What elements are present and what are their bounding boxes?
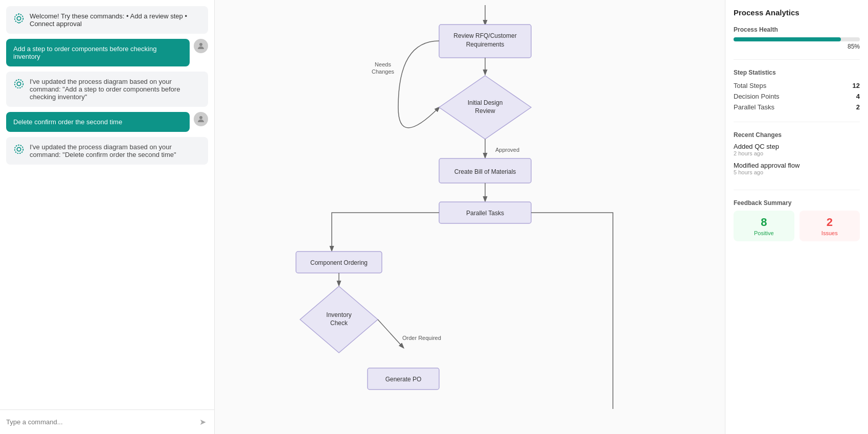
process-health-section: Process Health 85% <box>734 26 860 50</box>
svg-text:Needs: Needs <box>375 61 391 67</box>
stat-label: Parallel Tasks <box>734 103 774 111</box>
svg-text:Component Ordering: Component Ordering <box>310 259 368 266</box>
process-health-label: Process Health <box>734 26 860 33</box>
stat-label: Decision Points <box>734 93 780 100</box>
stat-row: Parallel Tasks2 <box>734 102 860 112</box>
user-message-2-row: Delete confirm order the second time <box>6 112 208 132</box>
process-health-value: 85% <box>734 43 860 50</box>
change-item: Added QC step2 hours ago <box>734 143 860 156</box>
step-stats-title: Step Statistics <box>734 69 860 76</box>
chat-input-area: ➤ <box>0 409 214 434</box>
user-avatar-1 <box>194 39 208 53</box>
divider-2 <box>734 122 860 122</box>
bot-icon-3 <box>13 144 25 155</box>
user-avatar-2 <box>194 112 208 126</box>
svg-text:Requirements: Requirements <box>466 41 505 48</box>
progress-bar-fill <box>734 37 841 41</box>
feedback-title: Feedback Summary <box>734 199 860 207</box>
feedback-issues-box: 2 Issues <box>800 211 860 241</box>
change-items: Added QC step2 hours agoModified approva… <box>734 143 860 175</box>
svg-text:Parallel Tasks: Parallel Tasks <box>466 210 504 217</box>
svg-point-5 <box>17 82 20 85</box>
feedback-positive-label: Positive <box>739 230 789 236</box>
recent-changes-section: Recent Changes Added QC step2 hours agoM… <box>734 131 860 180</box>
recent-changes-title: Recent Changes <box>734 131 860 139</box>
svg-text:Review: Review <box>475 107 495 115</box>
analytics-title: Process Analytics <box>734 8 860 17</box>
stat-value: 2 <box>856 103 860 111</box>
stat-row: Total Steps12 <box>734 80 860 91</box>
user-message-2: Delete confirm order the second time <box>6 112 190 132</box>
svg-text:Inventory: Inventory <box>326 311 351 318</box>
svg-text:Order Required: Order Required <box>402 335 441 341</box>
stat-value: 12 <box>853 82 860 89</box>
stat-label: Total Steps <box>734 82 766 89</box>
bot-response-1: I've updated the process diagram based o… <box>6 72 208 107</box>
stat-value: 4 <box>856 93 860 100</box>
feedback-issues-count: 2 <box>805 216 855 229</box>
change-item: Modified approval flow5 hours ago <box>734 162 860 175</box>
feedback-positive-count: 8 <box>739 216 789 229</box>
divider-3 <box>734 190 860 190</box>
user-message-1: Add a step to order components before ch… <box>6 39 190 66</box>
feedback-positive-box: 8 Positive <box>734 211 794 241</box>
change-title: Added QC step <box>734 143 860 150</box>
svg-point-6 <box>15 80 24 88</box>
bot-icon <box>13 13 25 24</box>
flowchart-svg: Review RFQ/Customer Requirements Needs C… <box>215 0 725 434</box>
bot-icon-2 <box>13 78 25 89</box>
svg-text:Generate PO: Generate PO <box>385 376 422 383</box>
svg-point-4 <box>199 43 202 46</box>
svg-point-8 <box>17 147 20 151</box>
svg-point-9 <box>15 145 24 154</box>
feedback-row: 8 Positive 2 Issues <box>734 211 860 241</box>
chat-messages-list: Welcome! Try these commands: • Add a rev… <box>0 0 214 409</box>
change-time: 2 hours ago <box>734 150 860 156</box>
svg-text:Approved: Approved <box>495 147 519 153</box>
analytics-panel: Process Analytics Process Health 85% Ste… <box>725 0 868 434</box>
svg-text:Create Bill of Materials: Create Bill of Materials <box>454 168 516 175</box>
flowchart-panel: Review RFQ/Customer Requirements Needs C… <box>215 0 725 434</box>
chat-panel: Welcome! Try these commands: • Add a rev… <box>0 0 215 434</box>
feedback-summary-section: Feedback Summary 8 Positive 2 Issues <box>734 199 860 241</box>
user-message-1-row: Add a step to order components before ch… <box>6 39 208 66</box>
chat-input[interactable] <box>6 418 197 426</box>
svg-text:Initial Design: Initial Design <box>468 99 503 106</box>
progress-bar-background <box>734 37 860 41</box>
change-time: 5 hours ago <box>734 169 860 175</box>
feedback-issues-label: Issues <box>805 230 855 236</box>
step-statistics-section: Step Statistics Total Steps12Decision Po… <box>734 69 860 112</box>
bot-response-2: I've updated the process diagram based o… <box>6 137 208 165</box>
divider-1 <box>734 59 860 60</box>
svg-point-0 <box>17 16 20 20</box>
svg-text:Changes: Changes <box>372 68 395 75</box>
svg-point-1 <box>15 14 24 23</box>
stat-rows: Total Steps12Decision Points4Parallel Ta… <box>734 80 860 112</box>
svg-point-7 <box>199 116 202 119</box>
change-title: Modified approval flow <box>734 162 860 169</box>
bot-message-welcome: Welcome! Try these commands: • Add a rev… <box>6 6 208 34</box>
svg-text:Check: Check <box>330 319 348 327</box>
send-button[interactable]: ➤ <box>197 415 208 429</box>
svg-text:Review RFQ/Customer: Review RFQ/Customer <box>453 32 516 39</box>
stat-row: Decision Points4 <box>734 91 860 102</box>
